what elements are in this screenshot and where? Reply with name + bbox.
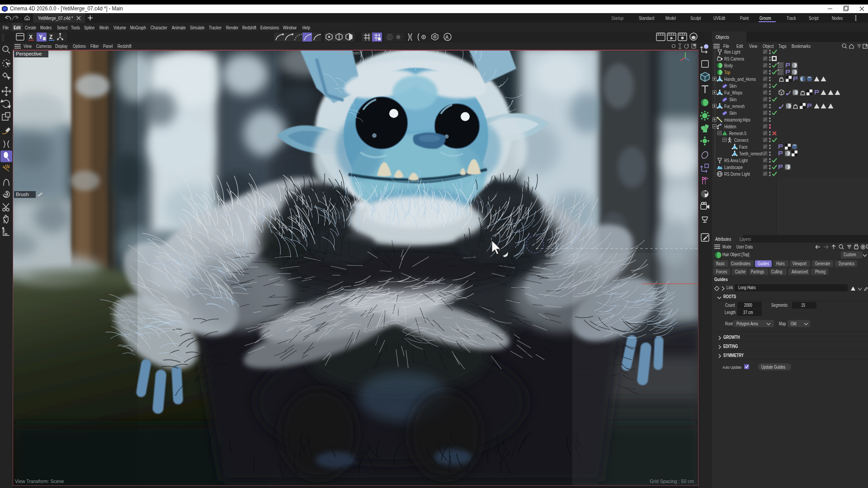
svg-text:RS Camera: RS Camera xyxy=(338,51,362,56)
svg-text:Perspective: Perspective xyxy=(16,51,42,56)
svg-text:X: X xyxy=(29,34,33,40)
svg-text:Z: Z xyxy=(49,34,52,40)
svg-text:View Transform: Scene: View Transform: Scene xyxy=(15,479,64,484)
svg-text:Grid Spacing : 50 cm: Grid Spacing : 50 cm xyxy=(650,479,694,484)
svg-text:A: A xyxy=(445,34,449,40)
svg-text:Y: Y xyxy=(39,34,42,40)
svg-text:Brush: Brush xyxy=(16,192,29,197)
